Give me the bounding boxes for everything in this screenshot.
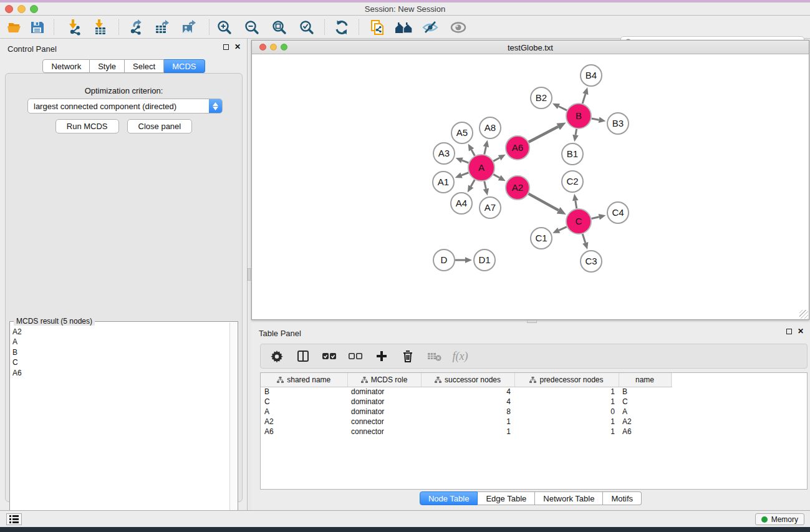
table-cell[interactable]: dominator xyxy=(347,407,421,417)
vertical-splitter-handle[interactable] xyxy=(248,268,251,281)
table-header-row[interactable]: shared nameMCDS rolesuccessor nodesprede… xyxy=(261,373,672,387)
export-table-icon[interactable] xyxy=(153,19,171,36)
export-network-icon[interactable] xyxy=(127,19,145,36)
mcds-result-item[interactable]: B xyxy=(12,347,229,357)
tab-mcds[interactable]: MCDS xyxy=(164,59,205,73)
table-cell[interactable]: 4 xyxy=(421,387,514,397)
table-cell[interactable]: A6 xyxy=(619,427,671,437)
graph-edge-A-A4[interactable] xyxy=(471,180,475,186)
tab-style[interactable]: Style xyxy=(90,59,125,73)
table-row[interactable]: A2connector11A2 xyxy=(261,417,672,427)
graph-edge-A-A5[interactable] xyxy=(471,150,475,156)
mcds-result-item[interactable]: A xyxy=(12,337,229,347)
table-cell[interactable]: A2 xyxy=(619,417,671,427)
table-cell[interactable]: A xyxy=(261,407,347,417)
table-row[interactable]: Adominator80A xyxy=(261,407,672,417)
copy-style-icon[interactable] xyxy=(369,19,386,36)
mcds-result-item[interactable]: A2 xyxy=(12,327,229,337)
table-cell[interactable]: C xyxy=(261,397,347,407)
graph-edge-A-A1[interactable] xyxy=(461,173,468,175)
open-folder-icon[interactable] xyxy=(6,19,24,36)
table-row[interactable]: A6connector11A6 xyxy=(261,427,672,437)
split-columns-icon[interactable] xyxy=(296,349,311,364)
node-table-grid[interactable]: shared nameMCDS rolesuccessor nodesprede… xyxy=(261,373,672,437)
table-cell[interactable]: 1 xyxy=(514,397,619,407)
import-table-icon[interactable] xyxy=(91,19,108,36)
network-graph[interactable]: B4B2BB3B1A5A8A6A3AA1C2A2A4A7CC4C1C3DD1 xyxy=(252,54,809,319)
table-cell[interactable]: B xyxy=(619,387,671,397)
graph-edge-B-B3[interactable] xyxy=(592,118,599,120)
graph-edge-A-A6[interactable] xyxy=(493,158,499,161)
tab-motifs[interactable]: Motifs xyxy=(603,491,642,505)
table-cell[interactable]: 0 xyxy=(514,407,619,417)
table-body[interactable]: Bdominator41BCdominator41CAdominator80AA… xyxy=(261,387,672,437)
table-cell[interactable]: 1 xyxy=(421,427,514,437)
column-header-successor-nodes[interactable]: successor nodes xyxy=(421,373,514,387)
tab-node-table[interactable]: Node Table xyxy=(420,491,478,505)
graph-edge-C-C1[interactable] xyxy=(559,227,567,231)
table-cell[interactable]: connector xyxy=(347,427,421,437)
table-cell[interactable]: A2 xyxy=(261,417,347,427)
refresh-icon[interactable] xyxy=(333,19,350,36)
table-cell[interactable]: C xyxy=(619,397,671,407)
table-cell[interactable]: A xyxy=(619,407,671,417)
float-panel-icon[interactable] xyxy=(223,44,229,50)
tab-network[interactable]: Network xyxy=(42,59,90,73)
mcds-result-item[interactable]: C xyxy=(12,357,229,367)
table-cell[interactable]: B xyxy=(261,387,347,397)
network-window-titlebar[interactable]: testGlobe.txt xyxy=(252,41,809,54)
task-history-button[interactable] xyxy=(6,513,22,525)
zoom-fit-icon[interactable] xyxy=(271,19,288,36)
column-header-shared-name[interactable]: shared name xyxy=(261,373,347,387)
close-panel-button[interactable]: Close panel xyxy=(127,119,193,133)
home-icon[interactable] xyxy=(395,19,412,36)
graph-edge-C-C2[interactable] xyxy=(576,201,577,209)
deselect-all-icon[interactable] xyxy=(348,349,363,364)
graph-edge-B-B2[interactable] xyxy=(559,106,567,110)
column-header-predecessor-nodes[interactable]: predecessor nodes xyxy=(514,373,619,387)
delete-icon[interactable] xyxy=(400,349,415,364)
graph-edge-C-C3[interactable] xyxy=(582,234,585,243)
graph-edge-A6-B[interactable] xyxy=(529,127,558,142)
memory-button[interactable]: Memory xyxy=(755,513,804,525)
graph-edge-C-C4[interactable] xyxy=(591,217,599,219)
table-cell[interactable]: 1 xyxy=(514,427,619,437)
table-cell[interactable]: 1 xyxy=(514,387,619,397)
table-cell[interactable]: 8 xyxy=(421,407,514,417)
table-cell[interactable]: 1 xyxy=(514,417,619,427)
table-row[interactable]: Cdominator41C xyxy=(261,397,672,407)
run-mcds-button[interactable]: Run MCDS xyxy=(55,119,119,133)
graph-edge-A-A2[interactable] xyxy=(493,175,499,178)
column-header-MCDS-role[interactable]: MCDS role xyxy=(347,373,421,387)
float-table-panel-icon[interactable] xyxy=(786,329,792,334)
save-icon[interactable] xyxy=(29,19,46,36)
mcds-result-scrollbar[interactable] xyxy=(229,322,237,532)
add-column-icon[interactable] xyxy=(374,349,389,364)
graph-edge-A2-C[interactable] xyxy=(529,194,559,210)
table-cell[interactable]: 4 xyxy=(421,397,514,407)
table-cell[interactable]: A6 xyxy=(261,427,347,437)
tab-network-table[interactable]: Network Table xyxy=(535,491,603,505)
table-cell[interactable]: dominator xyxy=(347,397,421,407)
tab-edge-table[interactable]: Edge Table xyxy=(478,491,535,505)
zoom-in-icon[interactable] xyxy=(216,19,233,36)
optimization-criterion-select[interactable]: largest connected component (directed) xyxy=(27,99,223,114)
hide-selected-icon[interactable] xyxy=(422,19,439,36)
export-image-icon[interactable] xyxy=(180,19,198,36)
graph-edge-B-B1[interactable] xyxy=(576,129,577,135)
show-selected-icon[interactable] xyxy=(450,19,467,36)
select-all-icon[interactable] xyxy=(322,349,337,364)
graph-edge-A-A8[interactable] xyxy=(485,147,486,154)
mcds-result-list[interactable]: A2ABCA6 xyxy=(12,327,229,531)
window-resize-grip[interactable] xyxy=(799,310,808,319)
table-cell[interactable]: dominator xyxy=(347,387,421,397)
close-panel-icon[interactable]: ✕ xyxy=(234,44,241,50)
close-table-panel-icon[interactable]: ✕ xyxy=(798,328,804,334)
graph-edge-A-A7[interactable] xyxy=(485,181,486,188)
graph-edge-A-A3[interactable] xyxy=(462,160,469,163)
table-cell[interactable]: connector xyxy=(347,417,421,427)
mcds-result-item[interactable]: A6 xyxy=(12,368,229,378)
gear-icon[interactable] xyxy=(269,349,284,364)
column-header-name[interactable]: name xyxy=(619,373,671,387)
graph-edge-B-B4[interactable] xyxy=(582,94,586,104)
